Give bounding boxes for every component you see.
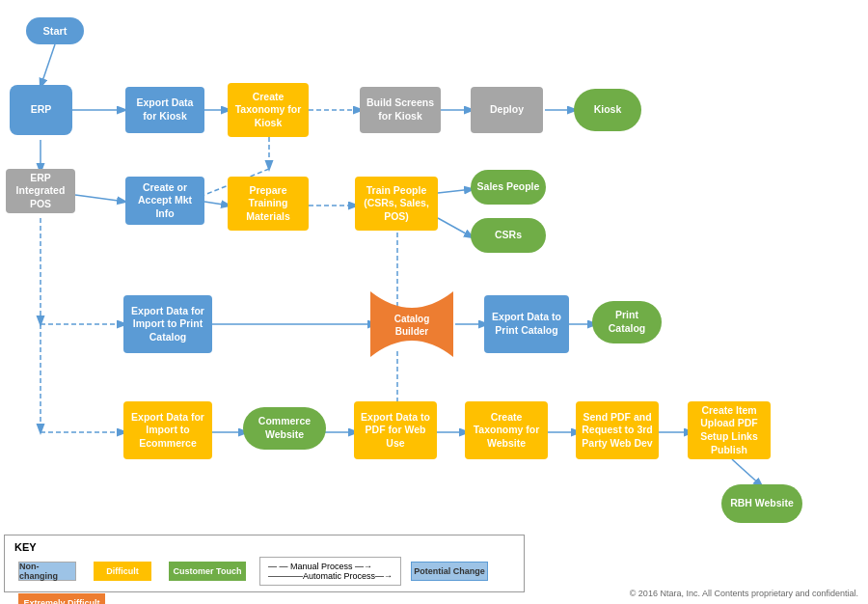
key-title: KEY <box>14 541 514 553</box>
diagram: Start ERP ERP Integrated POS Export Data… <box>0 0 868 604</box>
key-potential-change: Potential Change <box>411 562 492 581</box>
key-box: KEY Non-changing Difficult Customer Touc… <box>4 535 525 592</box>
create-taxonomy-web-node: Create Taxonomy for Website <box>465 401 548 459</box>
export-ecommerce-node: Export Data for Import to Ecommerce <box>123 401 212 459</box>
build-screens-node: Build Screens for Kiosk <box>360 87 441 133</box>
key-extremely-difficult: Extremely Difficult <box>18 593 109 604</box>
export-print2-node: Export Data to Print Catalog <box>484 295 569 353</box>
svg-line-14 <box>204 202 230 206</box>
svg-line-16 <box>438 189 473 193</box>
key-customer-touch: Customer Touch <box>169 562 250 581</box>
sales-people-node: Sales People <box>471 170 546 205</box>
kiosk-node: Kiosk <box>574 89 641 131</box>
deploy-node: Deploy <box>471 87 543 133</box>
svg-line-17 <box>438 218 473 237</box>
svg-line-0 <box>41 44 55 87</box>
svg-line-28 <box>732 459 762 486</box>
copyright: © 2016 Ntara, Inc. All Contents propriet… <box>630 589 858 598</box>
rbh-website-node: RBH Website <box>721 484 802 523</box>
export-kiosk-node: Export Data for Kiosk <box>125 87 204 133</box>
svg-line-3 <box>75 195 125 202</box>
start-node: Start <box>26 17 84 44</box>
csrs-node: CSRs <box>471 218 546 253</box>
train-people-node: Train People (CSRs, Sales, POS) <box>355 177 438 231</box>
catalog-builder-node: Catalog Builder <box>370 291 453 357</box>
erp-pos-node: ERP Integrated POS <box>6 169 75 213</box>
key-non-changing: Non-changing <box>18 562 80 581</box>
export-print-node: Export Data for Import to Print Catalog <box>123 295 212 353</box>
create-mkt-node: Create or Accept Mkt Info <box>125 177 204 225</box>
print-catalog-node: Print Catalog <box>592 301 662 343</box>
prepare-training-node: Prepare Training Materials <box>228 177 309 231</box>
key-difficult: Difficult <box>94 562 155 581</box>
erp-node: ERP <box>10 85 72 135</box>
create-item-node: Create Item Upload PDF Setup Links Publi… <box>688 401 771 459</box>
svg-text:Builder: Builder <box>395 326 429 337</box>
commerce-website-node: Commerce Website <box>243 407 326 450</box>
export-pdf-node: Export Data to PDF for Web Use <box>354 401 437 459</box>
key-legend: — — Manual Process —→ ————Automatic Proc… <box>259 557 401 586</box>
svg-text:Catalog: Catalog <box>394 314 430 324</box>
create-taxonomy-node: Create Taxonomy for Kiosk <box>228 83 309 137</box>
send-pdf-node: Send PDF and Request to 3rd Party Web De… <box>576 401 659 459</box>
